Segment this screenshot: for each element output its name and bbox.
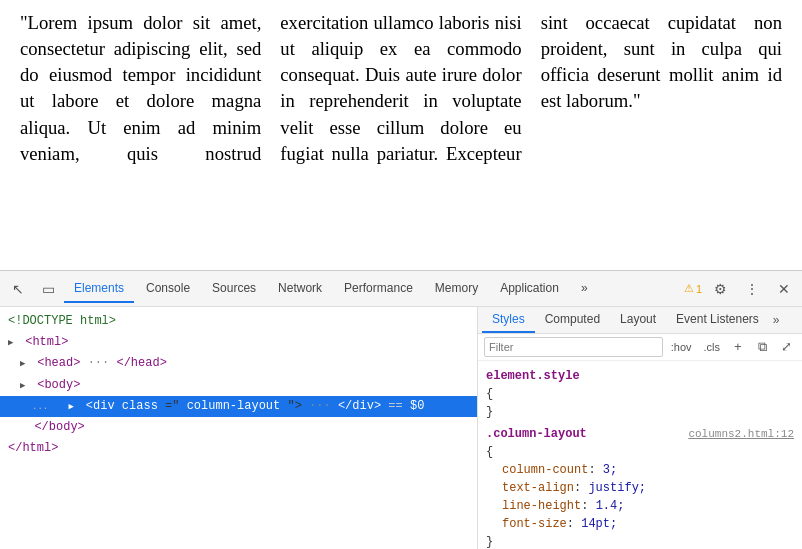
font-size-value[interactable]: 14pt; bbox=[581, 515, 617, 533]
main-content: "Lorem ipsum dolor sit amet, consectetur… bbox=[0, 0, 802, 270]
element-style-selector: element.style bbox=[486, 367, 580, 385]
styles-tab-overflow[interactable]: » bbox=[769, 308, 784, 332]
styles-content: element.style { } .column-layout columns… bbox=[478, 361, 802, 549]
lorem-ipsum-text: "Lorem ipsum dolor sit amet, consectetur… bbox=[20, 12, 782, 164]
tab-memory[interactable]: Memory bbox=[425, 275, 488, 303]
styles-filter-input[interactable] bbox=[484, 337, 663, 357]
warning-badge: ⚠ 1 bbox=[684, 282, 702, 295]
device-toolbar-icon[interactable]: ▭ bbox=[34, 275, 62, 303]
tab-application[interactable]: Application bbox=[490, 275, 569, 303]
dom-html-close: </html> bbox=[0, 438, 477, 459]
column-layout-open-brace: { bbox=[486, 443, 794, 461]
dom-doctype: <!DOCTYPE html> bbox=[0, 311, 477, 332]
tab-elements[interactable]: Elements bbox=[64, 275, 134, 303]
expand-style-icon[interactable]: ⤢ bbox=[776, 337, 796, 357]
hov-button[interactable]: :hov bbox=[667, 339, 696, 355]
style-rule-element: element.style { } bbox=[478, 365, 802, 423]
warning-count: 1 bbox=[696, 283, 702, 295]
html-expand-arrow[interactable] bbox=[8, 336, 18, 350]
toolbar-right-icons: ⚠ 1 ⚙ ⋮ ✕ bbox=[684, 275, 798, 303]
tab-performance[interactable]: Performance bbox=[334, 275, 423, 303]
head-expand-arrow[interactable] bbox=[20, 357, 30, 371]
styles-toolbar: :hov .cls + ⧉ ⤢ bbox=[478, 334, 802, 361]
element-style-open-brace: { bbox=[486, 385, 794, 403]
cls-button[interactable]: .cls bbox=[700, 339, 725, 355]
style-rule-element-header: element.style bbox=[486, 367, 794, 385]
column-layout-source[interactable]: columns2.html:12 bbox=[688, 426, 794, 443]
styles-tab-event-listeners[interactable]: Event Listeners bbox=[666, 307, 769, 333]
devtools-body: <!DOCTYPE html> <html> <head> ··· </head… bbox=[0, 307, 802, 549]
text-align-value[interactable]: justify; bbox=[588, 479, 646, 497]
settings-icon[interactable]: ⚙ bbox=[706, 275, 734, 303]
styles-panel: Styles Computed Layout Event Listeners »… bbox=[478, 307, 802, 549]
text-align-prop[interactable]: text-align bbox=[486, 479, 574, 497]
element-style-close-brace: } bbox=[486, 403, 794, 421]
line-height-prop[interactable]: line-height bbox=[486, 497, 581, 515]
text-align-line: text-align : justify; bbox=[486, 479, 794, 497]
column-count-prop[interactable]: column-count bbox=[486, 461, 588, 479]
body-expand-arrow[interactable] bbox=[20, 379, 30, 393]
column-count-value[interactable]: 3; bbox=[603, 461, 617, 479]
tab-sources[interactable]: Sources bbox=[202, 275, 266, 303]
div-expand-arrow[interactable] bbox=[69, 400, 79, 414]
styles-tab-computed[interactable]: Computed bbox=[535, 307, 610, 333]
add-style-icon[interactable]: + bbox=[728, 337, 748, 357]
warning-icon: ⚠ bbox=[684, 282, 694, 295]
column-count-line: column-count : 3; bbox=[486, 461, 794, 479]
dom-div-selected[interactable]: ... <div class =" column-layout "> ··· <… bbox=[0, 396, 477, 417]
style-rule-column-layout: .column-layout columns2.html:12 { column… bbox=[478, 423, 802, 549]
tab-network[interactable]: Network bbox=[268, 275, 332, 303]
styles-tab-layout[interactable]: Layout bbox=[610, 307, 666, 333]
dom-head[interactable]: <head> ··· </head> bbox=[0, 353, 477, 374]
tab-console[interactable]: Console bbox=[136, 275, 200, 303]
styles-tabs: Styles Computed Layout Event Listeners » bbox=[478, 307, 802, 334]
style-rule-column-layout-header: .column-layout columns2.html:12 bbox=[486, 425, 794, 443]
dom-panel: <!DOCTYPE html> <html> <head> ··· </head… bbox=[0, 307, 478, 549]
font-size-prop[interactable]: font-size bbox=[486, 515, 567, 533]
line-height-value[interactable]: 1.4; bbox=[596, 497, 625, 515]
column-layout-selector: .column-layout bbox=[486, 425, 587, 443]
tab-overflow[interactable]: » bbox=[571, 275, 598, 303]
dom-html-open[interactable]: <html> bbox=[0, 332, 477, 353]
copy-style-icon[interactable]: ⧉ bbox=[752, 337, 772, 357]
devtools-panel: ↖ ▭ Elements Console Sources Network Per… bbox=[0, 270, 802, 549]
more-options-icon[interactable]: ⋮ bbox=[738, 275, 766, 303]
styles-tab-styles[interactable]: Styles bbox=[482, 307, 535, 333]
column-layout: "Lorem ipsum dolor sit amet, consectetur… bbox=[20, 10, 782, 167]
dom-body-close: </body> bbox=[0, 417, 477, 438]
line-height-line: line-height : 1.4; bbox=[486, 497, 794, 515]
font-size-line: font-size : 14pt; bbox=[486, 515, 794, 533]
dom-body-open[interactable]: <body> bbox=[0, 375, 477, 396]
close-devtools-button[interactable]: ✕ bbox=[770, 275, 798, 303]
devtools-toolbar: ↖ ▭ Elements Console Sources Network Per… bbox=[0, 271, 802, 307]
column-layout-close-brace: } bbox=[486, 533, 794, 549]
cursor-tool-icon[interactable]: ↖ bbox=[4, 275, 32, 303]
